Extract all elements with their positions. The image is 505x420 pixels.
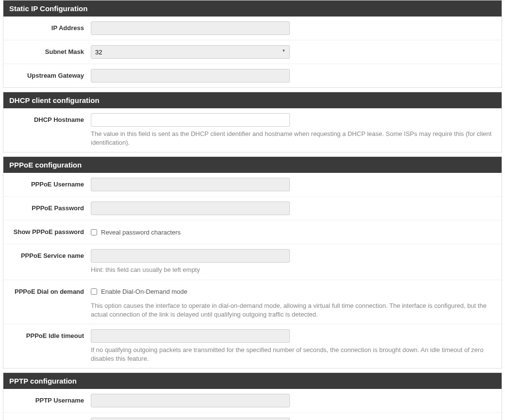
pppoe-service-name-label: PPPoE Service name — [8, 249, 91, 259]
pppoe-username-input[interactable] — [91, 178, 290, 191]
dhcp-panel: DHCP client configuration DHCP Hostname … — [3, 92, 502, 152]
pppoe-dial-on-demand-label: PPPoE Dial on demand — [8, 285, 91, 295]
pppoe-service-name-row: PPPoE Service name Hint: this field can … — [3, 244, 502, 280]
dhcp-hostname-input[interactable] — [91, 113, 290, 127]
dhcp-hostname-help: The value in this field is sent as the D… — [91, 130, 497, 147]
pppoe-password-row: PPPoE Password — [3, 197, 502, 220]
pppoe-dial-on-demand-help: This option causes the interface to oper… — [91, 302, 497, 319]
ip-address-row: IP Address — [3, 17, 502, 40]
pptp-username-label: PPTP Username — [8, 394, 91, 404]
pptp-password-input[interactable] — [91, 418, 290, 420]
pppoe-dial-on-demand-checkbox-label: Enable Dial-On-Demand mode — [101, 288, 187, 295]
pppoe-show-password-label: Show PPPoE password — [8, 225, 91, 235]
pppoe-password-label: PPPoE Password — [8, 202, 91, 212]
pppoe-idle-timeout-help: If no qualifying outgoing packets are tr… — [91, 346, 497, 363]
pppoe-panel: PPPoE configuration PPPoE Username PPPoE… — [3, 156, 502, 369]
pptp-header: PPTP configuration — [3, 373, 502, 389]
static-ip-panel: Static IP Configuration IP Address Subne… — [3, 0, 502, 88]
ip-address-input[interactable] — [91, 21, 290, 35]
pppoe-dial-on-demand-row: PPPoE Dial on demand Enable Dial-On-Dema… — [3, 280, 502, 324]
dhcp-header: DHCP client configuration — [3, 92, 502, 108]
dhcp-hostname-label: DHCP Hostname — [8, 113, 91, 123]
pptp-password-row: PPTP Password — [3, 413, 502, 420]
subnet-mask-label: Subnet Mask — [8, 45, 91, 55]
subnet-mask-select[interactable]: 32 — [91, 45, 290, 59]
pppoe-service-name-help: Hint: this field can usually be left emp… — [91, 266, 497, 274]
dhcp-hostname-row: DHCP Hostname The value in this field is… — [3, 108, 502, 152]
pppoe-show-password-row: Show PPPoE password Reveal password char… — [3, 220, 502, 244]
pptp-username-row: PPTP Username — [3, 389, 502, 413]
pppoe-show-password-checkbox-label: Reveal password characters — [101, 229, 181, 236]
pppoe-idle-timeout-label: PPPoE Idle timeout — [8, 329, 91, 339]
pppoe-show-password-checkbox[interactable] — [91, 229, 97, 235]
pppoe-username-row: PPPoE Username — [3, 173, 502, 197]
pppoe-username-label: PPPoE Username — [8, 178, 91, 188]
pppoe-service-name-input[interactable] — [91, 249, 290, 263]
upstream-gateway-label: Upstream Gateway — [8, 69, 91, 79]
pppoe-header: PPPoE configuration — [3, 157, 502, 173]
upstream-gateway-input[interactable] — [91, 69, 290, 83]
upstream-gateway-row: Upstream Gateway — [3, 64, 502, 87]
pppoe-idle-timeout-row: PPPoE Idle timeout If no qualifying outg… — [3, 324, 502, 368]
static-ip-header: Static IP Configuration — [3, 0, 502, 17]
pppoe-idle-timeout-input[interactable] — [91, 329, 290, 343]
pptp-password-label: PPTP Password — [8, 418, 91, 420]
pptp-panel: PPTP configuration PPTP Username PPTP Pa… — [3, 372, 502, 420]
pppoe-password-input[interactable] — [91, 202, 290, 215]
ip-address-label: IP Address — [8, 21, 91, 32]
pptp-username-input[interactable] — [91, 394, 290, 407]
subnet-mask-row: Subnet Mask 32 — [3, 40, 502, 64]
pppoe-dial-on-demand-checkbox[interactable] — [91, 288, 97, 295]
